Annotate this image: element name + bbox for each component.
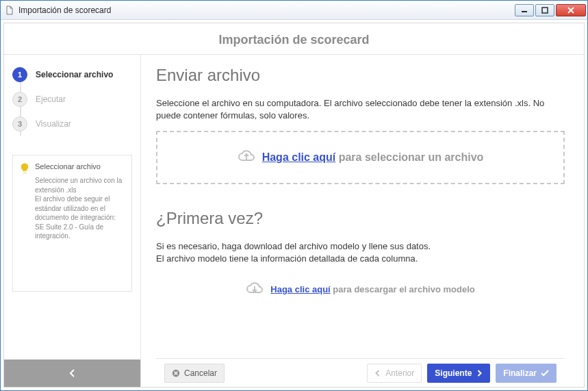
previous-label: Anterior [385, 368, 414, 378]
download-cloud-icon [246, 281, 264, 298]
first-time-description: Si es necesario, haga download del archi… [156, 240, 565, 264]
wizard-steps: 1 Seleccionar archivo 2 Ejecutar 3 Visua… [12, 67, 132, 141]
step-label: Visualizar [36, 119, 71, 129]
download-template-suffix: para descargar el archivo modelo [331, 284, 475, 294]
first-time-heading: ¿Primera vez? [156, 209, 565, 228]
download-template-link[interactable]: Haga clic aquí [270, 284, 330, 294]
next-label: Siguiente [435, 368, 472, 378]
sidebar-collapse-button[interactable] [4, 360, 140, 387]
svg-rect-1 [542, 8, 548, 13]
maximize-button[interactable] [535, 4, 554, 16]
titlebar: Importación de scorecard [1, 1, 587, 20]
check-icon [541, 370, 549, 377]
file-dropzone[interactable]: Haga clic aquí para seleccionar un archi… [156, 131, 565, 184]
step-view[interactable]: 3 Visualizar [12, 116, 132, 131]
step-number: 2 [12, 92, 27, 107]
dialog-title: Importación de scorecard [4, 23, 584, 54]
chevron-left-icon [374, 370, 381, 377]
cancel-button[interactable]: Cancelar [164, 364, 225, 383]
next-button[interactable]: Siguiente [427, 364, 490, 383]
select-file-link[interactable]: Haga clic aquí [262, 151, 336, 163]
cancel-label: Cancelar [184, 368, 217, 378]
chevron-right-icon [476, 370, 483, 377]
dialog-body: 1 Seleccionar archivo 2 Ejecutar 3 Visua… [4, 54, 584, 387]
finish-button[interactable]: Finalizar [496, 364, 557, 383]
previous-button[interactable]: Anterior [367, 364, 422, 383]
cancel-icon [172, 369, 180, 377]
download-template-row: Haga clic aquí para descargar el archivo… [156, 281, 565, 298]
send-file-heading: Enviar archivo [156, 66, 565, 85]
lightbulb-icon [18, 162, 31, 284]
finish-label: Finalizar [503, 368, 537, 378]
step-execute[interactable]: 2 Ejecutar [12, 92, 132, 107]
help-tip-box: Seleccionar archivo Seleccione un archiv… [12, 155, 132, 292]
dialog-footer: Cancelar Anterior Siguiente Finalizar [156, 358, 565, 387]
close-button[interactable] [556, 4, 586, 16]
window-buttons [515, 4, 586, 16]
document-icon [5, 5, 14, 15]
tip-text: Seleccione un archivo con la extensión .… [35, 176, 126, 241]
send-file-description: Seleccione el archivo en su computadora.… [156, 97, 565, 121]
step-label: Ejecutar [36, 94, 66, 104]
upload-cloud-icon [238, 149, 255, 166]
step-number: 3 [12, 116, 27, 131]
main-panel: Enviar archivo Seleccione el archivo en … [141, 55, 584, 387]
tip-title: Seleccionar archivo [35, 162, 126, 171]
step-select-file[interactable]: 1 Seleccionar archivo [12, 67, 132, 82]
dialog-inner: Importación de scorecard 1 Seleccionar a… [3, 23, 585, 388]
step-number: 1 [12, 67, 27, 82]
minimize-button[interactable] [515, 4, 534, 16]
step-label: Seleccionar archivo [36, 70, 113, 79]
select-file-suffix: para seleccionar un archivo [335, 151, 483, 163]
app-window: Importación de scorecard Importación de … [0, 0, 588, 391]
window-title: Importación de scorecard [18, 5, 515, 15]
sidebar: 1 Seleccionar archivo 2 Ejecutar 3 Visua… [4, 55, 141, 387]
